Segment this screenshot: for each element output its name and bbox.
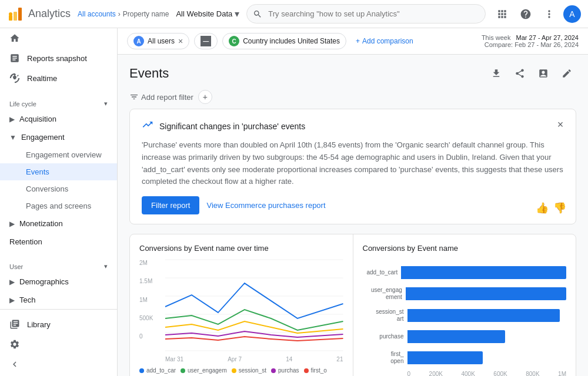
breadcrumb-property: Property name [123, 10, 169, 18]
legend-session-start: session_st [232, 367, 266, 374]
sidebar-item-settings[interactable] [0, 334, 117, 354]
sidebar-bottom: Library [0, 309, 117, 376]
bar-row-add-to-cart: add_to_cart [363, 266, 567, 279]
filter-report-button[interactable]: Filter report [142, 196, 199, 214]
demographics-label: Demographics [19, 277, 69, 286]
sidebar-header-acquisition[interactable]: ▶ Acquisition [0, 110, 117, 128]
insight-body: 'Purchase' events more than doubled on A… [142, 139, 564, 188]
insight-card: × Significant changes in 'purchase' even… [129, 109, 576, 224]
export-icon-button[interactable] [487, 64, 506, 83]
demographics-expand-icon: ▶ [9, 278, 15, 286]
sidebar-subitem-engagement-overview[interactable]: Engagement overview [0, 146, 117, 163]
report-filter-bar: Add report filter + [118, 88, 588, 109]
export-icon [491, 68, 502, 79]
sidebar-item-retention[interactable]: Retention [0, 233, 117, 251]
thumbs-up-button[interactable]: 👍 [536, 202, 549, 214]
more-vert-icon-button[interactable] [540, 5, 559, 24]
sidebar-item-reports-snapshot[interactable]: Reports snapshot [0, 48, 117, 68]
insights-icon-button[interactable] [534, 64, 553, 83]
bar-chart-x-axis: 0 200K 400K 600K 800K 1M [363, 371, 567, 376]
date-range-label: This week Mar 27 - Apr 27, 2024 [482, 34, 579, 41]
apps-icon-button[interactable] [493, 5, 512, 24]
legend-dot-purchase [271, 368, 276, 373]
segment2-chip[interactable]: — [194, 33, 218, 49]
avatar[interactable]: A [563, 5, 581, 23]
sidebar-item-home[interactable] [0, 28, 117, 48]
user-section-label: User ▾ [0, 256, 117, 273]
add-report-filter-button[interactable]: Add report filter [129, 92, 193, 102]
help-icon [520, 8, 532, 20]
country-chip-label: Country includes United States [243, 37, 340, 45]
monetization-label: Monetization [19, 219, 63, 228]
insight-close-button[interactable]: × [552, 116, 569, 133]
bar-label-purchase: purchase [363, 333, 404, 340]
reports-icon [9, 53, 20, 63]
bar-purchase [407, 330, 505, 343]
bar-first-open [407, 351, 483, 364]
sidebar-header-demographics[interactable]: ▶ Demographics [0, 273, 117, 291]
settings-icon [9, 339, 20, 350]
add-filter-plus-button[interactable]: + [198, 90, 212, 104]
events-label: Events [26, 167, 49, 176]
app-container: Analytics All accounts › Property name A… [0, 0, 588, 376]
sidebar-item-library[interactable]: Library [0, 314, 117, 334]
sidebar-reports-label: Reports snapshot [27, 54, 87, 63]
bar-chart-title: Conversions by Event name [363, 244, 567, 253]
all-users-chip[interactable]: A All users × [127, 33, 189, 49]
breadcrumb: All accounts › Property name [78, 10, 169, 18]
compare-range: Feb 27 - Mar 26, 2024 [514, 41, 579, 48]
bar-add-to-cart [401, 266, 566, 279]
sidebar-realtime-label: Realtime [27, 74, 57, 83]
conversions-label: Conversions [26, 184, 68, 193]
line-chart-x-labels: Mar 31 Apr 7 14 21 [165, 356, 343, 362]
insight-title: Significant changes in 'purchase' events [159, 122, 305, 131]
all-users-chip-icon: A [133, 36, 144, 46]
share-icon-button[interactable] [510, 64, 529, 83]
sidebar-header-engagement[interactable]: ▼ Engagement [0, 128, 117, 146]
main-content: A All users × — C Country includes Unite… [118, 28, 588, 376]
add-comparison-label: Add comparison [362, 37, 413, 45]
lifecycle-collapse-icon[interactable]: ▾ [104, 100, 108, 108]
svg-rect-0 [9, 15, 12, 21]
all-users-chip-close[interactable]: × [178, 36, 183, 46]
bar-row-purchase: purchase [363, 330, 567, 343]
country-chip[interactable]: C Country includes United States [222, 33, 346, 49]
line-chart-svg [165, 260, 343, 351]
sidebar-subitem-conversions[interactable]: Conversions [0, 180, 117, 197]
collapse-icon [9, 359, 20, 370]
top-icons: A [493, 5, 581, 24]
legend-add-to-cart: add_to_car [139, 367, 176, 374]
page-title: Events [129, 66, 169, 81]
breadcrumb-accounts[interactable]: All accounts [78, 10, 116, 18]
engagement-overview-label: Engagement overview [26, 150, 102, 159]
help-icon-button[interactable] [516, 5, 535, 24]
library-label: Library [27, 320, 51, 329]
sidebar-collapse-button[interactable] [0, 354, 117, 374]
sidebar-header-tech[interactable]: ▶ Tech [0, 291, 117, 309]
legend-user-engagement: user_engagem [181, 367, 227, 374]
tech-label: Tech [19, 296, 35, 304]
sidebar-header-monetization[interactable]: ▶ Monetization [0, 214, 117, 233]
search-input[interactable] [246, 4, 486, 24]
add-comparison-icon: + [356, 37, 360, 45]
add-comparison-button[interactable]: + Add comparison [351, 35, 418, 48]
top-bar: Analytics All accounts › Property name A… [0, 0, 588, 28]
edit-icon [562, 68, 572, 79]
page-actions [487, 64, 576, 83]
acquisition-expand-icon: ▶ [9, 115, 15, 123]
user-collapse-icon[interactable]: ▾ [104, 263, 108, 270]
sidebar-subitem-pages-screens[interactable]: Pages and screens [0, 197, 117, 214]
sidebar-item-realtime[interactable]: Realtime [0, 68, 117, 88]
home-icon [9, 33, 20, 43]
legend-dot-user-engagement [181, 368, 185, 373]
property-dropdown[interactable]: All Website Data ▾ [176, 8, 239, 19]
edit-icon-button[interactable] [557, 64, 576, 83]
pages-screens-label: Pages and screens [26, 202, 91, 210]
thumbs-down-button[interactable]: 👎 [553, 202, 566, 214]
monetization-expand-icon: ▶ [9, 220, 15, 228]
filter-icon [129, 92, 139, 102]
date-range-compare: Compare: Feb 27 - Mar 26, 2024 [482, 41, 579, 48]
view-ecommerce-link[interactable]: View Ecommerce purchases report [206, 201, 325, 210]
sidebar-subitem-events[interactable]: Events [0, 163, 117, 180]
svg-rect-2 [18, 8, 22, 21]
